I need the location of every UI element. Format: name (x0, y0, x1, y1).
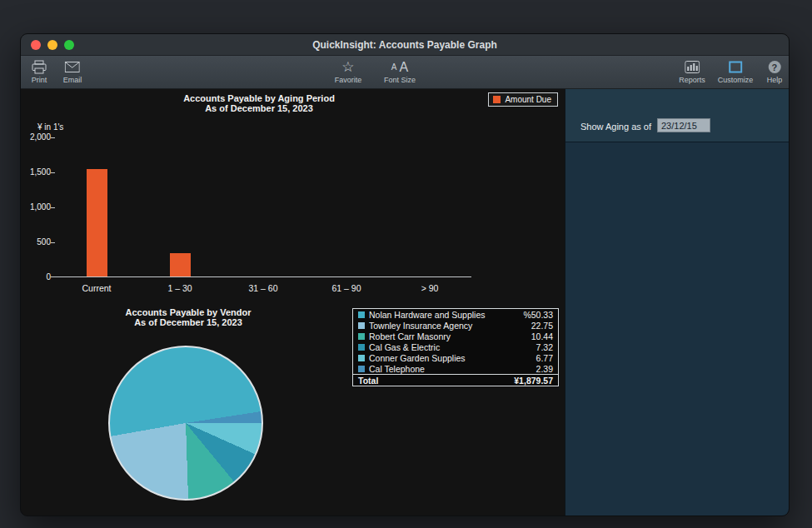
vendor-swatch (358, 322, 365, 329)
customize-window-icon (728, 59, 742, 75)
help-label: Help (767, 76, 783, 84)
customize-button[interactable]: Customize (718, 59, 754, 84)
vendor-value: 10.44 (531, 331, 553, 341)
bar-y-tick-label: 1,000 (21, 202, 51, 212)
vendor-name: Cal Telephone (369, 364, 532, 374)
vendor-name: Townley Insurance Agency (369, 321, 527, 331)
vendor-name: Conner Garden Supplies (369, 353, 532, 363)
bar-x-labels: Current1 – 3031 – 6061 – 90> 90 (55, 283, 471, 293)
bar-slot (305, 137, 388, 276)
bar-y-tick-label: 2,000 (21, 132, 51, 142)
bar-y-tick-label: 1,500 (21, 167, 51, 177)
bar-slot (388, 137, 471, 276)
bar-category-label: 31 – 60 (222, 283, 305, 293)
vendor-name: Robert Carr Masonry (369, 331, 527, 341)
vendor-row: Nolan Hardware and Supplies%50.33 (353, 309, 558, 320)
email-button[interactable]: Email (63, 59, 82, 84)
total-value: ¥1,879.57 (514, 376, 553, 386)
print-label: Print (32, 76, 47, 84)
amount-due-swatch (493, 96, 501, 103)
bar-slot (55, 137, 138, 276)
vendor-name: Nolan Hardware and Supplies (369, 310, 519, 320)
bar-category-label: Current (55, 283, 138, 293)
email-label: Email (63, 76, 82, 84)
settings-panel: Show Aging as of (565, 89, 789, 516)
printer-icon (32, 59, 47, 75)
pie-chart-subtitle: As of December 15, 2023 (21, 317, 356, 327)
total-label: Total (358, 376, 514, 386)
y-axis-title: ¥ in 1's (37, 122, 63, 132)
bar-slot (222, 137, 305, 276)
vendor-swatch (358, 333, 365, 340)
vendor-value: 2.39 (536, 364, 553, 374)
print-button[interactable]: Print (32, 59, 47, 84)
aging-date-input[interactable] (657, 118, 710, 132)
vendor-total-row: Total ¥1,879.57 (353, 374, 558, 386)
bar-category-label: 61 – 90 (305, 283, 388, 293)
bar-category-label: > 90 (388, 283, 471, 293)
favorite-button[interactable]: ☆ Favorite (335, 59, 362, 84)
vendor-value: 7.32 (536, 342, 553, 352)
aging-settings-section: Show Aging as of (565, 89, 789, 142)
bar-chart-subtitle: As of December 15, 2023 (21, 103, 497, 113)
vendor-row: Cal Telephone2.39 (353, 363, 558, 374)
close-window-button[interactable] (31, 40, 41, 50)
bar-slot (138, 137, 222, 276)
amount-due-label: Amount Due (505, 95, 551, 104)
bar-y-labels: 05001,0001,5002,000 (21, 137, 51, 277)
minimize-window-button[interactable] (47, 40, 57, 50)
vendor-name: Cal Gas & Electric (369, 342, 532, 352)
traffic-lights (31, 40, 74, 50)
star-icon: ☆ (341, 59, 354, 75)
vendor-value: 22.75 (531, 321, 553, 331)
vendor-value: %50.33 (523, 310, 553, 320)
bar-chart-legend: Amount Due (488, 92, 558, 107)
vendor-row: Conner Garden Supplies6.77 (353, 352, 558, 363)
vendor-pie-chart[interactable] (108, 346, 263, 501)
bar-chart-icon (685, 59, 700, 75)
reports-button[interactable]: Reports (679, 59, 705, 84)
vendor-rows: Nolan Hardware and Supplies%50.33Townley… (353, 309, 558, 374)
app-window: QuickInsight: Accounts Payable Graph Pri… (20, 33, 790, 516)
pie-chart-title: Accounts Payable by Vendor (21, 307, 356, 317)
font-size-button[interactable]: AA Font Size (384, 59, 416, 84)
vendor-row: Robert Carr Masonry10.44 (353, 331, 558, 341)
vendor-row: Cal Gas & Electric7.32 (353, 341, 558, 352)
font-size-icon: AA (391, 59, 408, 75)
bar[interactable] (170, 253, 191, 276)
font-size-label: Font Size (384, 76, 416, 84)
chart-canvas: Accounts Payable by Aging Period As of D… (21, 89, 565, 516)
bar-category-label: 1 – 30 (138, 283, 222, 293)
toolbar: Print Email ☆ Favorite AA Font Size (21, 56, 789, 89)
question-mark-icon: ? (768, 59, 780, 75)
window-content: Accounts Payable by Aging Period As of D… (21, 89, 789, 516)
window-title: QuickInsight: Accounts Payable Graph (312, 39, 497, 51)
vendor-value: 6.77 (536, 353, 553, 363)
vendor-swatch (358, 311, 365, 318)
customize-label: Customize (718, 76, 754, 84)
show-aging-label: Show Aging as of (580, 122, 651, 132)
bar-y-tick-label: 500 (21, 237, 51, 247)
title-bar: QuickInsight: Accounts Payable Graph (21, 34, 789, 56)
help-button[interactable]: ? Help (767, 59, 783, 84)
bar-plot (55, 137, 471, 277)
reports-label: Reports (679, 76, 705, 84)
favorite-label: Favorite (335, 76, 362, 84)
vendor-swatch (358, 366, 365, 372)
vendor-swatch (358, 355, 365, 361)
envelope-icon (65, 59, 80, 75)
bar-y-tick-label: 0 (21, 272, 51, 282)
vendor-row: Townley Insurance Agency22.75 (353, 320, 558, 331)
bar-chart-title: Accounts Payable by Aging Period (21, 93, 497, 103)
bar[interactable] (87, 169, 107, 276)
vendor-swatch (358, 344, 365, 351)
vendor-legend-table: Nolan Hardware and Supplies%50.33Townley… (352, 308, 559, 386)
zoom-window-button[interactable] (64, 40, 74, 50)
